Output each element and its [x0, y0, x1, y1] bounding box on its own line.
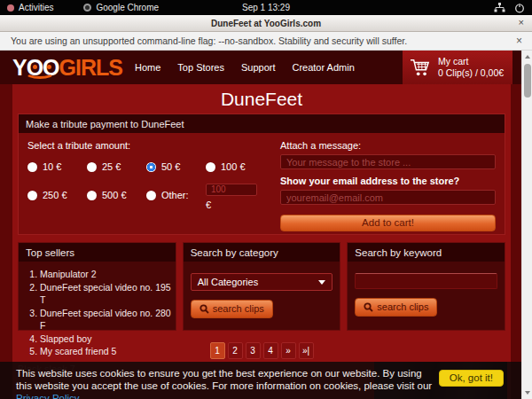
network-icon[interactable] — [494, 3, 505, 12]
radio-icon — [27, 162, 37, 172]
amount-option-500[interactable]: 500 € — [87, 180, 146, 210]
radio-icon — [87, 162, 97, 172]
search-clips-label: search clips — [213, 303, 264, 314]
email-label: Show your email address to the store? — [280, 176, 496, 186]
search-category-header: Search by category — [184, 243, 340, 262]
amount-option-50[interactable]: 50 € — [146, 161, 206, 172]
tribute-panel-header: Make a tribute payment to DuneFeet — [19, 114, 505, 133]
amount-option-25[interactable]: 25 € — [87, 161, 146, 172]
nav-item-top-stores[interactable]: Top Stores — [177, 62, 224, 73]
site-logo[interactable]: YOOGIRLS — [12, 52, 122, 82]
top-seller-item[interactable]: Manipulator 2 — [40, 268, 176, 281]
window-close-icon[interactable]: × — [519, 17, 524, 27]
page-4-button[interactable]: 4 — [263, 342, 278, 359]
cookie-accept-button[interactable]: Ok, got it! — [439, 370, 504, 387]
top-sellers-list: Manipulator 2 DuneFeet special video no.… — [19, 268, 176, 358]
category-selected-option: All Categories — [198, 277, 258, 287]
page-last-button[interactable]: »| — [299, 342, 314, 359]
tribute-amount-column: Select a tribute amount: 10 € 25 € — [27, 140, 268, 223]
message-input[interactable] — [280, 154, 496, 169]
amount-label: Other: — [161, 190, 189, 200]
chrome-infobar: You are using an unsupported command-lin… — [0, 32, 532, 51]
app-menu-label: Google Chrome — [96, 3, 159, 12]
site-header: YOOGIRLS Home Top Stores Support Creator… — [0, 51, 521, 84]
activities-indicator-icon — [7, 4, 14, 12]
amount-label: 25 € — [102, 161, 121, 172]
window-titlebar[interactable]: DuneFeet at YooGirls.com × — [0, 15, 532, 32]
infobar-message: You are using an unsupported command-lin… — [11, 35, 407, 46]
scroll-up-icon[interactable] — [525, 55, 530, 59]
amount-options: 10 € 25 € 50 € — [27, 161, 268, 210]
amount-option-10[interactable]: 10 € — [27, 161, 87, 172]
top-seller-item[interactable]: My scared friend 5 — [40, 345, 176, 358]
logo-smile-icon — [25, 66, 55, 79]
top-sellers-panel: Top sellers Manipulator 2 DuneFeet speci… — [18, 242, 176, 331]
top-sellers-header: Top sellers — [19, 243, 176, 262]
search-category-panel: Search by category All Categories search… — [183, 242, 341, 331]
chrome-icon — [83, 4, 91, 12]
amount-option-100[interactable]: 100 € — [206, 161, 268, 172]
web-page: YOOGIRLS Home Top Stores Support Creator… — [0, 51, 521, 399]
desktop-top-bar: Activities Google Chrome Sep 1 13:29 — [0, 0, 532, 15]
page-2-button[interactable]: 2 — [228, 342, 243, 359]
browser-viewport: YOOGIRLS Home Top Stores Support Creator… — [0, 51, 532, 399]
amount-option-250[interactable]: 250 € — [27, 180, 87, 210]
top-seller-item[interactable]: DuneFeet special video no. 280 F — [40, 307, 176, 332]
amount-label: 100 € — [221, 161, 246, 172]
category-select[interactable]: All Categories — [191, 273, 333, 291]
scrollbar-thumb[interactable] — [524, 64, 531, 98]
page-next-button[interactable]: » — [281, 342, 296, 359]
search-clips-keyword-button[interactable]: search clips — [355, 298, 437, 317]
my-cart-button[interactable]: My cart 0 Clip(s) / 0,00€ — [403, 51, 512, 84]
logo-text-girls: GIRLS — [59, 55, 122, 80]
infobar-close-icon[interactable]: × — [516, 35, 522, 47]
radio-icon — [27, 191, 37, 200]
top-seller-item[interactable]: DuneFeet special video no. 195 T — [40, 281, 176, 307]
radio-checked-icon — [146, 162, 156, 172]
nav-item-home[interactable]: Home — [135, 62, 160, 73]
amount-label: 50 € — [161, 161, 180, 172]
amount-label: 500 € — [102, 190, 127, 200]
page-scrollbar[interactable] — [521, 51, 532, 399]
page-1-button[interactable]: 1 — [210, 342, 225, 359]
window-title: DuneFeet at YooGirls.com — [211, 19, 321, 28]
email-input[interactable] — [280, 190, 496, 205]
nav-item-support[interactable]: Support — [241, 62, 276, 73]
keyword-input[interactable] — [355, 273, 497, 289]
power-icon[interactable] — [514, 3, 525, 13]
add-to-cart-button[interactable]: Add to cart! — [280, 215, 496, 231]
search-icon — [200, 304, 209, 314]
radio-icon — [146, 191, 156, 200]
activities-button[interactable]: Activities — [0, 0, 60, 15]
message-label: Attach a message: — [280, 140, 496, 151]
cart-icon — [410, 58, 431, 77]
privacy-policy-link[interactable]: Privacy Policy — [16, 393, 80, 399]
scroll-down-icon[interactable] — [525, 391, 530, 395]
amount-select-label: Select a tribute amount: — [27, 140, 268, 151]
top-seller-item[interactable]: Slapped boy — [40, 332, 176, 346]
amount-label: 250 € — [43, 190, 67, 200]
tribute-message-column: Attach a message: Show your email addres… — [280, 140, 496, 223]
search-keyword-panel: Search by keyword search clips — [347, 242, 505, 331]
radio-icon — [206, 162, 215, 172]
other-amount-input[interactable] — [206, 184, 257, 196]
radio-icon — [87, 191, 97, 200]
currency-label: € — [206, 200, 268, 210]
search-clips-category-button[interactable]: search clips — [191, 300, 273, 318]
cart-summary: 0 Clip(s) / 0,00€ — [438, 67, 504, 79]
chevron-down-icon — [318, 280, 325, 285]
page-3-button[interactable]: 3 — [246, 342, 261, 359]
nav-item-creator-admin[interactable]: Creator Admin — [292, 62, 354, 73]
activities-label: Activities — [19, 3, 53, 12]
main-nav: Home Top Stores Support Creator Admin — [135, 51, 355, 84]
app-menu-google-chrome[interactable]: Google Chrome — [76, 0, 166, 15]
cookie-notice-bar: This website uses cookies to ensure you … — [0, 362, 521, 399]
cart-title: My cart — [438, 56, 504, 67]
lower-panels: Top sellers Manipulator 2 DuneFeet speci… — [18, 242, 505, 331]
search-icon — [364, 302, 373, 312]
amount-option-other[interactable]: Other: — [146, 180, 206, 210]
search-clips-label: search clips — [377, 301, 428, 312]
tribute-panel: Make a tribute payment to DuneFeet Selec… — [18, 113, 505, 235]
amount-label: 10 € — [43, 161, 61, 172]
cookie-notice-text: This website uses cookies to ensure you … — [16, 367, 440, 399]
